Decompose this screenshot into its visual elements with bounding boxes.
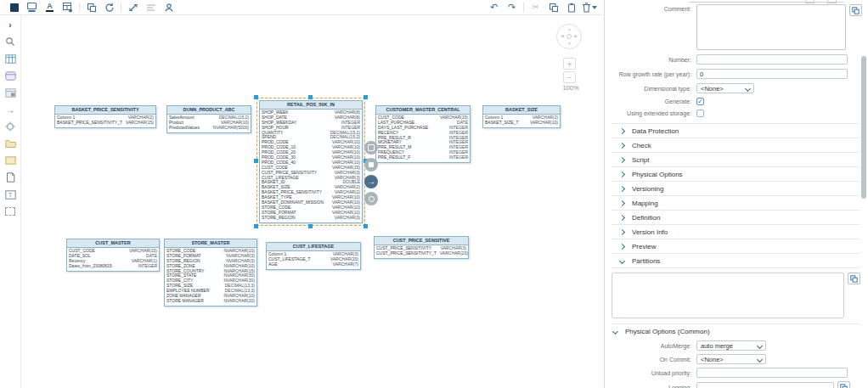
logging-label: Logging: [612, 385, 696, 388]
section-label: Physical Options [632, 171, 683, 178]
row-growth-input[interactable] [696, 69, 848, 79]
entity-table-dunn_product_abc[interactable]: DUNN_PRODUCT_ABCSalesAmountDECIMAL(15,2)… [166, 105, 251, 133]
entity-table-basket_price_sensitivity[interactable]: BASKET_PRICE_SENSITIVITYColumn 1VARCHAR(… [54, 105, 156, 128]
logging-input[interactable] [696, 382, 834, 388]
zoom-in-button[interactable]: + [563, 58, 576, 70]
column-row: BASKET_SIZE_TVARCHAR(10) [483, 121, 560, 126]
chevron-down-icon [757, 342, 763, 348]
check-icon: ✓ [697, 98, 703, 105]
automerge-value: auto merge [701, 342, 733, 350]
unload-priority-input[interactable] [696, 368, 848, 378]
search-button[interactable] [3, 36, 17, 48]
align-button[interactable] [142, 1, 160, 14]
text-frame-tool-button[interactable]: T [3, 188, 17, 200]
section-mapping[interactable]: Mapping [612, 196, 860, 211]
selection-handle[interactable] [364, 224, 368, 228]
entity-table-cust_master[interactable]: CUST_MASTERCUST_CODEVARCHAR(15)DATE_SOLD… [66, 239, 160, 272]
table-template-icon [5, 88, 16, 98]
pan-right-icon[interactable]: ▶ [574, 34, 578, 38]
section-label: Version Info [632, 228, 668, 236]
selection-handle[interactable] [254, 159, 258, 163]
package-tool-button[interactable] [3, 155, 17, 166]
section-definition[interactable]: Definition [612, 211, 860, 225]
reference-tool-button[interactable]: → [3, 104, 17, 115]
section-physical-options[interactable]: Physical Options [612, 167, 860, 182]
view-tool-button[interactable] [3, 70, 17, 82]
pan-compass[interactable]: ▲ ▼ ◀ ▶ [556, 24, 582, 49]
quick-action-settings-button[interactable] [364, 192, 378, 205]
diagram-canvas[interactable]: BASKET_PRICE_SENSITIVITYColumn 1VARCHAR(… [21, 15, 603, 388]
expand-panel-button[interactable]: › [3, 19, 17, 31]
section-partitions[interactable]: Partitions [612, 254, 860, 268]
selection-handle[interactable] [254, 224, 258, 228]
number-input[interactable] [696, 54, 848, 65]
entity-table-customer_master_central[interactable]: CUSTOMER_MASTER_CENTRALCUST_CODEVARCHAR(… [375, 105, 471, 163]
selection-handle[interactable] [364, 95, 368, 99]
resize-button[interactable] [124, 1, 142, 14]
copy-style-button[interactable] [82, 1, 100, 14]
section-preview[interactable]: Preview [612, 239, 860, 254]
paste-button[interactable] [562, 1, 580, 14]
section-version-info[interactable]: Version Info [612, 225, 860, 239]
pan-up-icon[interactable]: ▲ [567, 27, 572, 31]
entity-table-retail_pos_50k_in[interactable]: RETAIL_POS_50K_INSHOP_WEEKVARCHAR(8)SHOP… [259, 100, 363, 223]
section-script[interactable]: Script [612, 153, 860, 167]
user-icon [164, 3, 174, 13]
logging-row: Logging: [612, 381, 860, 388]
entity-table-basket_size[interactable]: BASKET_SIZEColumn 1VARCHAR(2)BASKET_SIZE… [482, 105, 561, 128]
on-commit-select[interactable]: <None> [696, 354, 766, 364]
user-button[interactable] [160, 1, 178, 14]
pan-left-icon[interactable]: ◀ [561, 34, 564, 38]
chevron-right-icon [619, 127, 625, 133]
folder-tool-button[interactable] [3, 138, 17, 149]
undo-button[interactable]: ↶ [485, 1, 503, 14]
partitions-copy-button[interactable] [848, 273, 860, 284]
font-color-button[interactable]: A [41, 1, 59, 14]
partitions-editor[interactable] [612, 273, 844, 318]
section-check[interactable]: Check [612, 138, 860, 153]
generate-checkbox[interactable]: ✓ [696, 98, 704, 105]
panel-scrollbar[interactable] [861, 56, 866, 199]
pan-down-icon[interactable]: ▼ [567, 42, 572, 46]
selection-handle[interactable] [308, 95, 313, 99]
unload-priority-label: Unload priority: [612, 370, 696, 376]
toolbar-separator [121, 3, 121, 12]
table-tool-button[interactable] [3, 53, 17, 65]
fill-color-button[interactable] [5, 1, 23, 14]
selection-handle[interactable] [308, 224, 313, 228]
table-template-button[interactable] [3, 87, 17, 98]
extended-storage-checkbox[interactable] [696, 110, 704, 117]
entity-table-store_master[interactable]: STORE_MASTERSTORE_CODENVARCHAR(10)STORE_… [164, 239, 257, 306]
comment-input[interactable] [696, 4, 846, 50]
frame-tool-button[interactable] [3, 205, 17, 217]
table-settings-button[interactable] [59, 1, 76, 14]
pan-center-icon[interactable] [566, 34, 572, 39]
gear-tool-button[interactable] [3, 121, 17, 132]
history-button[interactable] [100, 1, 118, 14]
delete-button[interactable] [580, 1, 598, 14]
column-type: NVARCHAR(20) [223, 299, 255, 304]
entity-table-cust_price_sensitive[interactable]: CUST_PRICE_SENSITIVECUST_PRICE_SENSITIVI… [374, 236, 469, 259]
paste-icon [566, 3, 577, 13]
note-tool-button[interactable] [3, 172, 17, 183]
display-style-button[interactable] [23, 1, 41, 14]
selection-handle[interactable] [254, 95, 258, 99]
quick-action-navigate-button[interactable]: → [364, 175, 378, 188]
zoom-out-button[interactable]: − [563, 71, 576, 83]
quick-action-diagram-button[interactable] [364, 158, 378, 172]
logging-copy-button[interactable] [837, 381, 850, 388]
section-versioning[interactable]: Versioning [612, 182, 860, 196]
section-physical-options-common[interactable]: Physical Options (Common) [612, 324, 860, 338]
comment-copy-button[interactable] [849, 4, 862, 16]
dimensional-type-select[interactable]: <None> [696, 83, 754, 93]
section-data-protection[interactable]: Data Protection [612, 124, 860, 138]
quick-action-shape-button[interactable] [364, 141, 378, 155]
entity-table-cust_lifestage[interactable]: CUST_LIFESTAGEColumn 1VARCHAR(3)CUST_LIF… [266, 242, 361, 270]
copy-button[interactable] [544, 1, 562, 14]
chevron-right-icon [619, 142, 625, 148]
redo-button[interactable]: ↷ [503, 1, 521, 14]
automerge-select[interactable]: auto merge [696, 340, 766, 351]
generate-row: Generate: ✓ [612, 98, 860, 105]
cut-button[interactable]: ✂ [527, 1, 544, 14]
chevron-right-icon [619, 214, 625, 220]
